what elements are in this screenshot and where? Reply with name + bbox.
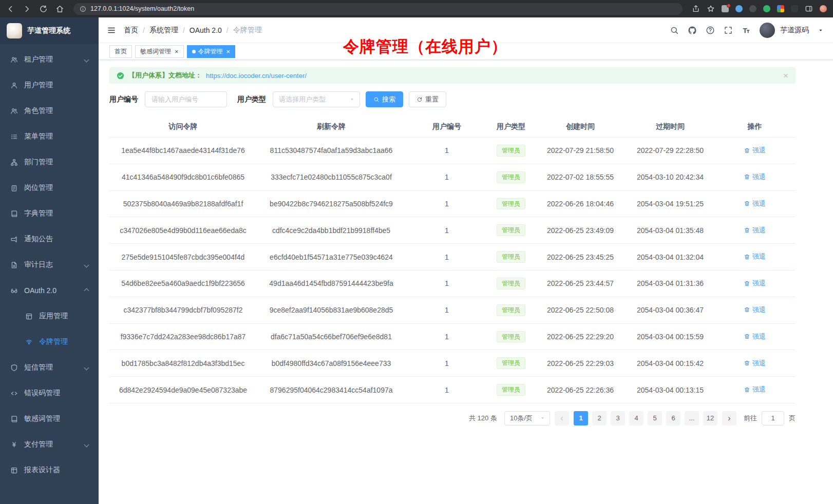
sidebar-item-audit-log[interactable]: 审计日志 (0, 252, 99, 278)
page-size-select[interactable]: 10条/页 (504, 411, 550, 425)
tab-sensitive-word[interactable]: 敏感词管理× (135, 45, 184, 58)
extensions-puzzle-icon[interactable] (777, 5, 784, 12)
sidebar-item-report-designer[interactable]: 报表设计器 (0, 457, 99, 483)
extension-green-icon[interactable] (763, 5, 770, 12)
github-icon[interactable] (688, 26, 697, 35)
table-row: f9336e7c7dd242a283ee98dc86b17a87dfa6c71a… (109, 323, 796, 350)
doc-link[interactable]: https://doc.iocoder.cn/user-center/ (206, 72, 307, 80)
fullscreen-icon[interactable] (724, 26, 733, 35)
delete-icon (744, 147, 750, 154)
prev-page-button[interactable]: ‹ (555, 411, 569, 425)
forward-icon[interactable] (23, 5, 31, 13)
page-button-12[interactable]: 12 (703, 411, 717, 425)
alert-close-icon[interactable]: × (783, 71, 788, 80)
help-icon[interactable] (706, 26, 715, 35)
sidebar-item-tenant[interactable]: 租户管理 (0, 47, 99, 72)
page-button-2[interactable]: 2 (592, 411, 607, 425)
cell-expire-time: 2054-03-04 00:15:59 (627, 323, 714, 350)
delete-icon (744, 254, 750, 260)
tab-label: 敏感词管理 (140, 47, 171, 56)
sidebar-item-sms[interactable]: 短信管理 (0, 355, 99, 380)
delete-icon (744, 200, 750, 207)
sidebar-item-post[interactable]: 岗位管理 (0, 175, 99, 201)
force-logout-button[interactable]: 强退 (744, 279, 766, 288)
page-button-3[interactable]: 3 (611, 411, 625, 425)
bookmark-star-icon[interactable] (707, 5, 715, 13)
goto-page-input[interactable] (762, 411, 784, 425)
sidebar-item-role[interactable]: 角色管理 (0, 98, 99, 124)
site-info-icon[interactable] (80, 6, 86, 12)
sidebar-item-oauth2-app[interactable]: 应用管理 (0, 303, 99, 329)
tab-close-icon[interactable]: × (175, 48, 179, 55)
sidebar-item-menu[interactable]: 菜单管理 (0, 124, 99, 149)
force-logout-button[interactable]: 强退 (744, 385, 766, 394)
force-logout-button[interactable]: 强退 (744, 359, 766, 368)
caret-down-icon[interactable] (818, 27, 824, 33)
more-pages-button[interactable]: ... (685, 411, 699, 425)
tab-close-icon[interactable]: × (226, 48, 231, 55)
user-avatar[interactable] (760, 23, 775, 38)
extension-dark-icon[interactable] (749, 5, 756, 12)
reset-button[interactable]: 重置 (409, 91, 446, 107)
font-size-icon[interactable] (742, 26, 751, 35)
chevron-down-icon (84, 57, 89, 62)
reload-icon[interactable] (39, 5, 48, 13)
sidebar-item-error-code[interactable]: 错误码管理 (0, 380, 99, 406)
active-tab-dot (192, 50, 196, 53)
search-button[interactable]: 搜索 (366, 91, 403, 107)
search-icon[interactable] (670, 26, 679, 35)
force-logout-button[interactable]: 强退 (744, 146, 766, 155)
next-page-button[interactable]: › (722, 411, 736, 425)
share-icon[interactable] (692, 5, 700, 13)
tab-token[interactable]: 令牌管理× (187, 45, 236, 58)
breadcrumb-item[interactable]: 系统管理 (149, 26, 178, 35)
breadcrumb-item: 令牌管理 (233, 26, 262, 35)
sidebar-item-user[interactable]: 用户管理 (0, 72, 99, 98)
sidebar-item-dict[interactable]: 字典管理 (0, 201, 99, 226)
token-table-body: 1ea5e44f8bc1467aaede43144f31de76811c5304… (109, 138, 796, 403)
force-logout-button[interactable]: 强退 (744, 226, 766, 235)
sidebar-item-oauth2-token[interactable]: 令牌管理 (0, 329, 99, 355)
force-logout-button[interactable]: 强退 (744, 305, 766, 315)
delete-icon (744, 173, 750, 180)
force-logout-button[interactable]: 强退 (744, 172, 766, 182)
sidebar-item-pay[interactable]: 支付管理 (0, 432, 99, 457)
force-logout-button[interactable]: 强退 (744, 332, 766, 341)
username[interactable]: 芋道源码 (780, 26, 809, 35)
user-icon (10, 82, 18, 89)
sidebar-item-label: 字典管理 (24, 209, 53, 218)
page-button-4[interactable]: 4 (629, 411, 643, 425)
extension-other-icon[interactable] (791, 5, 798, 12)
force-logout-button[interactable]: 强退 (744, 199, 766, 208)
sidebar-item-oauth2[interactable]: OAuth 2.0 (0, 278, 99, 303)
extension-pinned-icon[interactable] (722, 5, 729, 12)
sidebar-item-notice[interactable]: 通知公告 (0, 226, 99, 252)
cell-refresh-token: be90422b8c7946218275a508bf524fc9 (257, 190, 406, 217)
page-button-6[interactable]: 6 (666, 411, 680, 425)
extension-blue-icon[interactable] (735, 5, 743, 12)
breadcrumb-item[interactable]: OAuth 2.0 (190, 26, 222, 34)
sidebar-item-sensitive-word[interactable]: 敏感词管理 (0, 406, 99, 432)
page-button-1[interactable]: 1 (574, 411, 588, 425)
home-icon[interactable] (55, 5, 64, 13)
profile-avatar-icon[interactable] (820, 5, 827, 12)
search-icon (373, 96, 380, 103)
sidebar-item-dept[interactable]: 部门管理 (0, 149, 99, 175)
page-button-5[interactable]: 5 (648, 411, 662, 425)
url-text: 127.0.0.1:1024/system/oauth2/token (90, 5, 194, 12)
side-panel-icon[interactable] (805, 5, 813, 13)
user-type-tag: 管理员 (497, 357, 525, 369)
tab-home[interactable]: 首页 (109, 45, 132, 58)
token-icon (25, 338, 33, 346)
user-type-tag: 管理员 (497, 198, 525, 210)
collapse-sidebar-icon[interactable] (107, 26, 116, 35)
user-type-select[interactable]: 请选择用户类型 (273, 91, 360, 107)
cell-access-token: c342377bf8b344799dcbf7bf095287f2 (109, 297, 257, 323)
user-id-input[interactable] (145, 91, 227, 107)
browser-nav (6, 5, 64, 13)
breadcrumb-item[interactable]: 首页 (124, 26, 138, 35)
force-logout-button[interactable]: 强退 (744, 252, 766, 261)
url-bar[interactable]: 127.0.0.1:1024/system/oauth2/token (73, 3, 683, 15)
column-header: 创建时间 (534, 117, 627, 138)
back-icon[interactable] (6, 5, 15, 13)
